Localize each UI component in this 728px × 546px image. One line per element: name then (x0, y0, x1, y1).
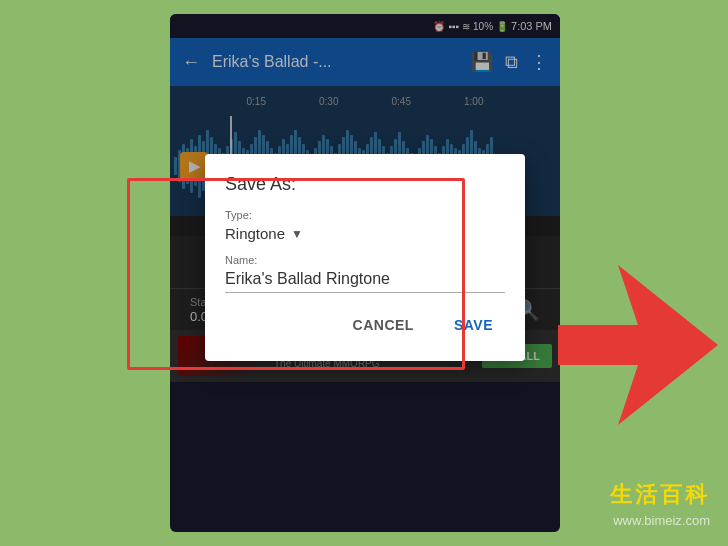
dialog-buttons: CANCEL SAVE (225, 309, 505, 341)
svg-marker-0 (558, 265, 718, 425)
name-label: Name: (225, 254, 505, 266)
dialog-overlay: Save As: Type: Ringtone ▼ Name: Erika's … (170, 14, 560, 532)
dropdown-arrow-icon: ▼ (291, 227, 303, 241)
type-value: Ringtone (225, 225, 285, 242)
name-value[interactable]: Erika's Ballad Ringtone (225, 270, 505, 293)
watermark-chinese: 生活百科 (610, 480, 710, 510)
dialog-title: Save As: (225, 174, 505, 195)
save-dialog: Save As: Type: Ringtone ▼ Name: Erika's … (205, 154, 525, 361)
type-label: Type: (225, 209, 505, 221)
cancel-button[interactable]: CANCEL (341, 309, 426, 341)
red-arrow (558, 265, 718, 425)
save-button[interactable]: SAVE (442, 309, 505, 341)
phone-screen: ⏰ ▪▪▪ ≋ 10% 🔋 7:03 PM ← Erika's Ballad -… (170, 14, 560, 532)
type-dropdown[interactable]: Ringtone ▼ (225, 225, 505, 242)
watermark-url: www.bimeiz.com (613, 513, 710, 528)
